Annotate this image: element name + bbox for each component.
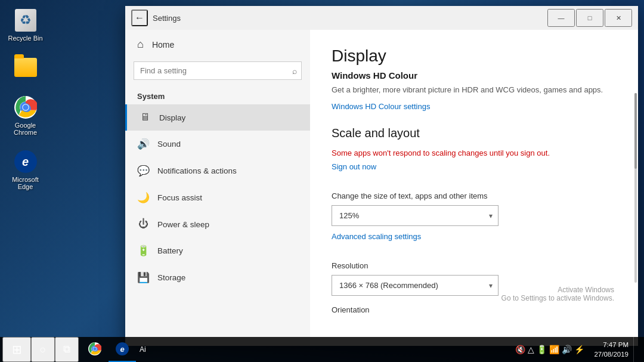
sidebar-section-title: System — [125, 87, 310, 104]
storage-label: Storage — [157, 273, 185, 282]
battery-icon: 🔋 — [137, 245, 149, 257]
warning-text: Some apps won't respond to scaling chang… — [332, 147, 617, 159]
tray-wifi-icon[interactable]: 📶 — [549, 345, 559, 354]
resolution-dropdown[interactable]: 1366 × 768 (Recommended) 1280 × 720 1024… — [332, 275, 499, 296]
home-label: Home — [152, 40, 174, 49]
battery-label: Battery — [157, 246, 183, 255]
desktop-icons: Recycle Bin Google Chro — [3, 6, 48, 193]
taskbar-apps: e — [81, 337, 136, 362]
tray-sound-icon[interactable]: 🔊 — [562, 345, 572, 354]
microsoft-edge-icon[interactable]: e Microsoft Edge — [3, 147, 48, 193]
search-icon: ⌕ — [292, 66, 297, 76]
google-chrome-icon[interactable]: Google Chrome — [3, 93, 48, 138]
desktop: Recycle Bin Google Chro — [0, 0, 644, 362]
scale-dropdown-wrapper: 100% 125% 150% 175% ▾ — [332, 205, 499, 226]
taskbar-chrome-icon — [88, 342, 101, 355]
taskbar-edge[interactable]: e — [109, 337, 136, 362]
power-sleep-label: Power & sleep — [157, 220, 209, 229]
taskbar: ⊞ ○ ⧉ e Ai — [0, 337, 644, 362]
power-sleep-icon: ⏻ — [137, 218, 149, 230]
svg-point-3 — [23, 104, 29, 110]
orientation-label: Orientation — [332, 305, 617, 314]
taskbar-systray: 🔇 △ 🔋 📶 🔊 ⚡ — [510, 337, 589, 362]
hd-colour-subtitle: Windows HD Colour — [332, 70, 617, 81]
tray-network-icon[interactable]: 🔇 — [515, 345, 525, 354]
scale-label: Change the size of text, apps and other … — [332, 191, 617, 200]
sidebar-item-focus-assist[interactable]: 🌙 Focus assist — [125, 184, 310, 211]
sign-out-link[interactable]: Sign out now — [332, 162, 376, 171]
sound-label: Sound — [157, 140, 181, 148]
edge-label: Microsoft Edge — [5, 176, 45, 190]
recycle-bin-image — [15, 9, 36, 32]
display-label: Display — [159, 113, 185, 122]
sidebar-item-storage[interactable]: 💾 Storage — [125, 264, 310, 291]
sidebar-item-sound[interactable]: 🔊 Sound — [125, 131, 310, 157]
taskbar-chrome[interactable] — [81, 337, 109, 362]
search-box: ⌕ — [134, 61, 302, 80]
task-view-button[interactable]: ⧉ — [55, 337, 79, 362]
window-controls: — □ ✕ — [547, 9, 632, 27]
taskbar-clock[interactable]: 7:47 PM 27/08/2019 — [590, 340, 632, 359]
search-input[interactable] — [134, 61, 302, 80]
home-icon: ⌂ — [137, 38, 144, 51]
tray-power-icon[interactable]: ⚡ — [574, 345, 584, 354]
window-title: Settings — [153, 14, 181, 23]
taskbar-edge-icon: e — [116, 342, 129, 355]
scroll-indicator[interactable] — [634, 93, 637, 283]
maximize-button[interactable]: □ — [576, 9, 603, 27]
sidebar: ⌂ Home ⌕ System 🖥 Display 🔊 Sound — [125, 30, 310, 346]
scale-dropdown[interactable]: 100% 125% 150% 175% — [332, 205, 499, 226]
scroll-thumb — [634, 93, 637, 169]
notifications-label: Notifications & actions — [157, 166, 237, 175]
recycle-bin-icon[interactable]: Recycle Bin — [3, 6, 48, 44]
watermark-line1: Activate Windows — [501, 286, 614, 294]
ai-label[interactable]: Ai — [136, 344, 150, 355]
tray-volume-icon[interactable]: △ — [528, 345, 534, 354]
title-bar: ← Settings — □ ✕ — [125, 6, 638, 30]
title-bar-nav: ← Settings — [131, 10, 547, 26]
svg-point-7 — [93, 347, 97, 351]
sidebar-item-power-sleep[interactable]: ⏻ Power & sleep — [125, 211, 310, 237]
sidebar-item-display[interactable]: 🖥 Display — [125, 104, 310, 131]
sound-icon: 🔊 — [137, 138, 149, 150]
activate-watermark: Activate Windows Go to Settings to activ… — [501, 286, 614, 302]
recycle-bin-label: Recycle Bin — [8, 35, 42, 42]
advanced-scaling-link[interactable]: Advanced scaling settings — [332, 232, 421, 241]
storage-icon: 💾 — [137, 271, 149, 284]
resolution-dropdown-wrapper: 1366 × 768 (Recommended) 1280 × 720 1024… — [332, 275, 499, 296]
taskbar-search-button[interactable]: ○ — [31, 337, 55, 362]
sidebar-item-battery[interactable]: 🔋 Battery — [125, 237, 310, 264]
clock-time: 7:47 PM — [603, 340, 628, 349]
display-icon: 🖥 — [139, 112, 151, 123]
folder-image — [14, 58, 37, 77]
resolution-label: Resolution — [332, 261, 617, 270]
hd-colour-link[interactable]: Windows HD Colour settings — [332, 102, 430, 111]
hd-colour-description: Get a brighter, more vibrant picture in … — [332, 84, 617, 96]
clock-date: 27/08/2019 — [594, 349, 628, 359]
folder-icon-item[interactable] — [3, 53, 48, 84]
scale-layout-heading: Scale and layout — [332, 126, 617, 140]
notifications-icon: 💬 — [137, 165, 149, 177]
page-title: Display — [332, 47, 617, 66]
close-button[interactable]: ✕ — [605, 9, 632, 27]
edge-image: e — [14, 150, 37, 173]
chrome-label: Google Chrome — [5, 122, 45, 136]
start-button[interactable]: ⊞ — [2, 337, 31, 362]
back-button[interactable]: ← — [131, 10, 148, 26]
sidebar-item-notifications[interactable]: 💬 Notifications & actions — [125, 157, 310, 184]
sidebar-item-home[interactable]: ⌂ Home — [125, 30, 310, 59]
minimize-button[interactable]: — — [547, 9, 575, 27]
taskbar-right: 🔇 △ 🔋 📶 🔊 ⚡ 7:47 PM 27/08/2019 — [510, 337, 642, 362]
show-desktop-button[interactable] — [633, 337, 638, 362]
tray-battery-icon[interactable]: 🔋 — [537, 345, 547, 354]
focus-assist-label: Focus assist — [157, 193, 202, 202]
focus-assist-icon: 🌙 — [137, 191, 149, 204]
watermark-line2: Go to Settings to activate Windows. — [501, 294, 614, 302]
chrome-svg — [14, 96, 37, 119]
